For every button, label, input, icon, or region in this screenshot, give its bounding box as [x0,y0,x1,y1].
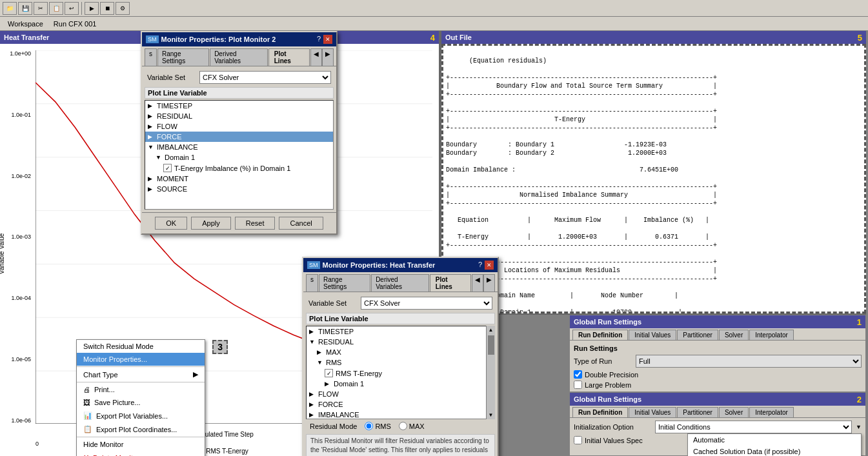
dialog-plot2-ok[interactable]: OK [155,217,187,230]
check-rms-t-energy[interactable]: ✓ [325,369,333,377]
grs-panel-1: Global Run Settings 1 Run Definition Ini… [569,315,866,392]
context-menu-item-export-coords[interactable]: 📋 Export Plot Coordinates... [77,422,205,436]
grs-tab-1-partitioner[interactable]: Partitioner [677,330,718,340]
dialog-plot2-help[interactable]: ? [317,35,321,44]
toolbar-btn-3[interactable]: ✂ [34,2,48,15]
tab-heat-s[interactable]: s [306,274,318,292]
tab-plot2-s[interactable]: s [145,48,157,66]
tree-item-imbalance2[interactable]: ▶ IMBALANCE [307,410,485,419]
y-tick-7: 1.0e-06 [1,417,31,424]
tree-item-flow[interactable]: ▶ FLOW [145,121,333,132]
tree-item-timestep2[interactable]: ▶ TIMESTEP [307,326,485,337]
dialog-plot2-close[interactable]: ✕ [323,35,332,44]
context-menu-item-switch[interactable]: Switch Residual Mode [77,340,205,353]
dialog-plot2-apply[interactable]: Apply [191,217,231,230]
dialog-plot2-cancel[interactable]: Cancel [279,217,323,230]
toolbar-btn-6[interactable]: ▶ [85,2,99,15]
tree-scrollbar-heat[interactable]: ▲ ▼ [486,326,495,419]
context-menu-item-print[interactable]: 🖨 Print... [77,383,205,396]
grs-tab-2-initvals[interactable]: Initial Values [629,407,676,417]
tree-item-t-energy-imb[interactable]: ✓ T-Energy Imbalance (%) in Domain 1 [145,163,333,173]
grs-tab-1-solver[interactable]: Solver [719,330,749,340]
init-option-select[interactable]: Initial Conditions [655,421,852,433]
context-menu-item-save-pic[interactable]: 🖼 Save Picture... [77,396,205,409]
rms-radio-label[interactable]: RMS [365,422,390,430]
context-menu-item-chart-type[interactable]: Chart Type ▶ [77,368,205,381]
large-problem-check[interactable] [574,381,582,389]
grs-tab-2-interpolator[interactable]: Interpolator [749,407,794,417]
tab-heat-derived[interactable]: Derived Variables [371,274,429,292]
menu-workspace[interactable]: Workspace [3,19,48,29]
chart-number: 4 [430,33,435,43]
scroll-down-btn[interactable]: ▼ [487,411,495,419]
toolbar-btn-1[interactable]: 📁 [3,2,17,15]
tab-plot2-nav-right[interactable]: ▶ [322,48,334,66]
max-radio-label[interactable]: MAX [399,422,425,430]
context-menu-item-export-vars[interactable]: 📊 Export Plot Variables... [77,409,205,422]
tab-heat-nav-left[interactable]: ◀ [472,274,483,292]
grs-tab-2-rundef[interactable]: Run Definition [572,407,628,417]
tree-item-domain1b[interactable]: ▶ Domain 1 [307,379,485,389]
tree-item-timestep[interactable]: ▶ TIMESTEP [145,101,333,111]
delete-monitor-label: Delete Monitor [93,454,139,457]
scroll-up-btn[interactable]: ▲ [487,326,495,334]
dialog-heat-title: Monitor Properties: Heat Transfer [323,261,436,269]
var-set-label-heat: Variable Set [308,299,357,307]
tree-item-source[interactable]: ▶ SOURCE [145,184,333,194]
sm-icon-plot2: SM [146,35,159,43]
exp-flow2: ▶ [309,391,317,397]
toolbar-btn-2[interactable]: 💾 [18,2,32,15]
toolbar-btn-4[interactable]: 📋 [49,2,63,15]
init-values-check[interactable] [574,436,582,444]
dropdown-item-automatic[interactable]: Automatic [688,434,861,446]
toolbar-btn-8[interactable]: ⚙ [116,2,130,15]
tree-item-rms-t-energy[interactable]: ✓ RMS T-Energy [307,368,485,379]
grs-content-2: Initialization Option Initial Conditions… [570,418,865,448]
tree-item-moment[interactable]: ▶ MOMENT [145,173,333,184]
tab-plot2-range[interactable]: Range Settings [157,48,209,66]
tree-item-max2[interactable]: ▶ MAX [307,347,485,357]
menubar: Workspace Run CFX 001 [0,17,868,31]
tree-item-residual[interactable]: ▶ RESIDUAL [145,111,333,121]
dialog-heat-help[interactable]: ? [478,261,482,270]
toolbar-btn-7[interactable]: ⏹ [100,2,114,15]
dialog-heat-close[interactable]: ✕ [485,261,494,270]
context-menu-item-hide[interactable]: Hide Monitor [77,438,205,451]
scroll-thumb[interactable] [488,335,494,355]
var-set-select-heat[interactable]: CFX Solver [361,297,492,310]
dropdown-item-cached[interactable]: Cached Solution Data (if possible) [688,446,861,456]
grs-tab-1-rundef[interactable]: Run Definition [572,330,628,340]
grs-tab-1-initvals[interactable]: Initial Values [629,330,676,340]
tree-item-imbalance[interactable]: ▼ IMBALANCE [145,142,333,152]
grs-tab-2-solver[interactable]: Solver [719,407,749,417]
tab-heat-plotlines[interactable]: Plot Lines [430,274,471,292]
grs-tab-1-interpolator[interactable]: Interpolator [749,330,794,340]
tree-item-force[interactable]: ▶ FORCE [145,132,333,142]
rms-radio[interactable] [365,422,373,430]
type-of-run-select[interactable]: Full [636,355,862,368]
context-menu-item-monitor[interactable]: Monitor Properties... [77,353,205,366]
tab-plot2-derived[interactable]: Derived Variables [210,48,268,66]
dialog-plot2-reset[interactable]: Reset [235,217,276,230]
tree-item-residual2[interactable]: ▼ RESIDUAL [307,337,485,347]
context-menu-item-delete[interactable]: ✕ Delete Monitor [77,451,205,456]
y-ticks: 1.0e+00 1.0e-01 1.0e-02 1.0e-03 1.0e-04 … [0,50,32,424]
toolbar-btn-5[interactable]: ↩ [65,2,79,15]
double-precision-check[interactable] [574,370,582,379]
large-problem-label: Large Problem [585,381,631,389]
tree-item-rms2[interactable]: ▼ RMS [307,357,485,368]
tab-plot2-plotlines[interactable]: Plot Lines [268,48,310,66]
var-set-select-plot2[interactable]: CFX Solver [199,71,331,84]
tree-item-force2[interactable]: ▶ FORCE [307,399,485,410]
menu-run-cfx[interactable]: Run CFX 001 [48,19,102,29]
tree-item-flow2[interactable]: ▶ FLOW [307,389,485,399]
tree-item-domain1[interactable]: ▼ Domain 1 [145,152,333,163]
tab-heat-nav-right[interactable]: ▶ [483,274,495,292]
tab-heat-range[interactable]: Range Settings [319,274,370,292]
tab-plot2-nav-left[interactable]: ◀ [310,48,322,66]
grs-title-2: Global Run Settings [574,395,641,403]
grs-tab-2-partitioner[interactable]: Partitioner [677,407,718,417]
check-t-energy-imb[interactable]: ✓ [163,164,172,172]
max-radio[interactable] [399,422,407,430]
double-precision-row: Double Precision [574,370,862,379]
